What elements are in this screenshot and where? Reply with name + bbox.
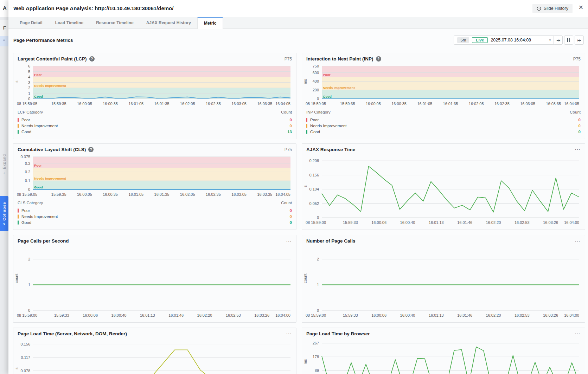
svg-text:16:02:20: 16:02:20: [486, 220, 501, 225]
svg-text:16:02:53: 16:02:53: [514, 313, 530, 317]
help-icon[interactable]: ?: [376, 56, 381, 62]
datetime-value[interactable]: 2025.07.08 16:04:08: [491, 38, 546, 43]
category-table-title: LCP Category: [18, 110, 43, 114]
svg-text:16:03:35: 16:03:35: [546, 102, 561, 106]
good-color-bar: [18, 130, 19, 134]
svg-text:08 15:59:05: 08 15:59:05: [17, 102, 37, 106]
svg-text:16:04:00: 16:04:00: [564, 220, 579, 225]
svg-text:Poor: Poor: [34, 163, 42, 167]
svg-text:0: 0: [28, 187, 30, 192]
svg-text:0: 0: [317, 215, 319, 220]
section-title: Page Performance Metrics: [13, 38, 73, 43]
svg-text:1: 1: [28, 91, 30, 96]
tab-resource-timeline[interactable]: Resource Timeline: [90, 17, 140, 28]
svg-text:16:01:35: 16:01:35: [154, 102, 170, 106]
category-label: Needs Improvement: [21, 214, 58, 219]
svg-text:4: 4: [28, 75, 30, 79]
pause-button[interactable]: [564, 36, 573, 45]
svg-text:0.078: 0.078: [20, 369, 30, 373]
svg-text:08 15:59:05: 08 15:59:05: [17, 192, 37, 196]
tab-page-detail[interactable]: Page Detail: [13, 17, 49, 28]
svg-text:15:59:33: 15:59:33: [343, 220, 358, 225]
svg-text:2: 2: [28, 86, 30, 90]
rewind-button[interactable]: ◀◀: [554, 36, 563, 45]
chevron-left-icon: ‹: [4, 172, 5, 175]
needs-improvement-color-bar: [306, 124, 307, 128]
close-icon[interactable]: ✕: [579, 5, 583, 11]
svg-text:Poor: Poor: [34, 73, 42, 77]
svg-text:08 15:59:00: 08 15:59:00: [306, 220, 326, 225]
svg-text:16:02:35: 16:02:35: [494, 102, 510, 106]
svg-text:16:02:53: 16:02:53: [514, 220, 530, 225]
svg-text:0.104: 0.104: [309, 187, 319, 191]
table-row: Poor0: [18, 117, 292, 123]
svg-text:16:01:05: 16:01:05: [128, 102, 143, 106]
page-load-time-by-browser-card: Page Load Time by Browser ⋯ 089178267ms0…: [302, 328, 585, 374]
card-title: Page Load Time by Browser: [306, 331, 370, 336]
svg-text:267: 267: [313, 341, 319, 345]
svg-text:16:03:26: 16:03:26: [254, 313, 269, 317]
svg-text:15:59:33: 15:59:33: [54, 313, 69, 317]
live-badge[interactable]: Live: [472, 37, 488, 43]
svg-text:200: 200: [313, 88, 319, 92]
fast-forward-button[interactable]: ▶▶: [575, 36, 584, 45]
svg-text:600: 600: [313, 71, 319, 75]
table-row: Poor0: [18, 207, 292, 213]
menu-icon[interactable]: ⋯: [286, 332, 292, 336]
svg-text:count: count: [14, 274, 19, 283]
category-count: 0: [579, 130, 581, 134]
needs-improvement-color-bar: [18, 214, 19, 219]
caret-down-icon[interactable]: ▼: [549, 39, 551, 42]
svg-text:16:00:40: 16:00:40: [400, 220, 415, 225]
svg-text:16:00:05: 16:00:05: [77, 192, 92, 196]
svg-text:1: 1: [28, 283, 30, 287]
svg-text:0: 0: [28, 97, 30, 101]
svg-text:16:02:35: 16:02:35: [206, 192, 221, 196]
svg-text:15:59:35: 15:59:35: [51, 102, 66, 106]
time-range-control[interactable]: 5m Live 2025.07.08 16:04:08 ▼: [454, 36, 555, 45]
cls-card: Cumulative Layout Shift (CLS) ? P75 00.1…: [13, 143, 296, 230]
svg-text:16:01:46: 16:01:46: [168, 313, 184, 317]
sidebar-expand-control[interactable]: Expand ‹: [0, 154, 8, 195]
tab-metric[interactable]: Metric: [197, 17, 223, 29]
svg-text:15:59:33: 15:59:33: [343, 313, 358, 317]
playback-controls: ◀◀ ▶▶: [554, 36, 584, 45]
category-label: Poor: [21, 118, 30, 122]
menu-icon[interactable]: ⋯: [575, 148, 581, 152]
svg-text:0.2: 0.2: [25, 170, 30, 174]
svg-text:16:01:35: 16:01:35: [443, 102, 458, 106]
help-icon[interactable]: ?: [89, 56, 95, 62]
number-of-page-calls-chart: 012count08 15:59:0015:59:3316:00:0616:00…: [302, 244, 585, 320]
help-icon[interactable]: ?: [88, 147, 94, 152]
count-column-header: Count: [281, 110, 292, 114]
range-badge[interactable]: 5m: [457, 37, 469, 43]
good-color-bar: [306, 130, 307, 134]
svg-text:s: s: [14, 80, 19, 83]
table-row: Good13: [18, 129, 292, 135]
svg-text:16:01:46: 16:01:46: [457, 313, 472, 317]
cls-chart: 00.10.20.30.375PoorNeeds ImprovementGood…: [13, 153, 296, 199]
category-count: 0: [579, 124, 581, 128]
background-page: A F ^ Expand ‹ Collapse ∨: [0, 0, 8, 374]
svg-text:16:00:35: 16:00:35: [103, 102, 118, 106]
pause-icon: [567, 38, 568, 42]
sidebar-collapse-tab[interactable]: Collapse ∨: [0, 196, 8, 231]
category-label: Good: [310, 130, 320, 134]
svg-text:ms: ms: [303, 79, 307, 84]
svg-text:Needs Improvement: Needs Improvement: [34, 84, 66, 88]
slide-history-button[interactable]: Slide History: [532, 4, 573, 13]
menu-icon[interactable]: ⋯: [575, 239, 581, 243]
svg-text:16:02:05: 16:02:05: [469, 102, 484, 106]
tab-ajax-request-history[interactable]: AJAX Request History: [140, 17, 197, 28]
svg-text:16:01:13: 16:01:13: [429, 220, 444, 225]
tab-load-timeline[interactable]: Load Timeline: [49, 17, 90, 28]
svg-text:16:04:05: 16:04:05: [275, 102, 290, 106]
menu-icon[interactable]: ⋯: [286, 239, 292, 243]
category-count: 0: [290, 208, 292, 213]
category-label: Needs Improvement: [21, 124, 58, 128]
svg-text:1: 1: [317, 283, 319, 287]
card-title: Number of Page Calls: [306, 238, 356, 244]
menu-icon[interactable]: ⋯: [575, 332, 581, 336]
svg-text:16:03:05: 16:03:05: [520, 102, 535, 106]
svg-text:0: 0: [317, 97, 319, 101]
